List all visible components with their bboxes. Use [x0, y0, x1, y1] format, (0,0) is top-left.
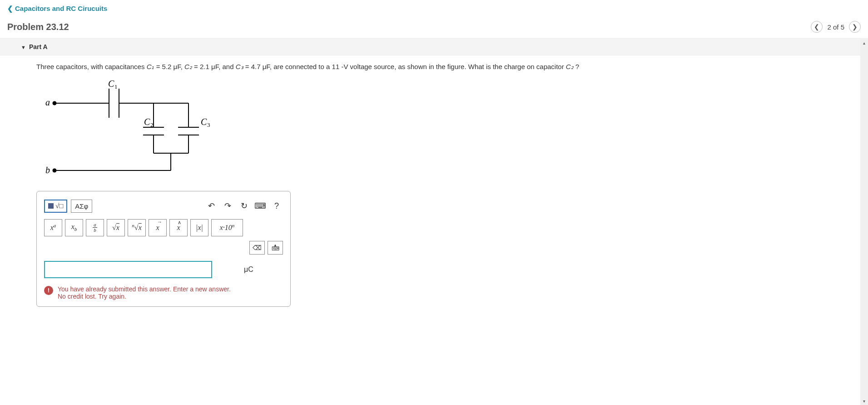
sqrt-button[interactable]: √x [107, 219, 125, 236]
chevron-left-icon: ❮ [7, 5, 13, 12]
superscript-button[interactable]: xa [44, 219, 62, 236]
collapse-icon: ▼ [21, 45, 26, 50]
fraction-icon: ab [93, 222, 97, 233]
abs-button[interactable]: |x| [190, 219, 208, 236]
nth-root-button[interactable]: n√x [128, 219, 146, 236]
svg-point-29 [53, 169, 56, 172]
hat-button[interactable]: x∧ [169, 219, 188, 236]
reset-button[interactable]: ↻ [238, 200, 250, 212]
fraction-button[interactable]: ab [86, 219, 104, 236]
backspace-button[interactable]: ⌫ [249, 241, 265, 255]
backspace-icon: ⌫ [253, 244, 262, 251]
undo-button[interactable]: ↶ [205, 200, 218, 212]
svg-text:C: C [201, 117, 207, 127]
svg-text:2: 2 [150, 121, 154, 128]
redo-icon: ↷ [224, 201, 231, 211]
keyboard-button[interactable]: ⌨ [254, 200, 267, 212]
scroll-up-icon[interactable]: ▴ [860, 39, 868, 47]
progress-counter: 2 of 5 [827, 23, 844, 31]
svg-text:C: C [144, 117, 150, 127]
feedback-line2: No credit lost. Try again. [58, 293, 231, 300]
page-title: Problem 23.12 [7, 22, 69, 32]
help-button[interactable]: ? [270, 200, 283, 212]
help-icon: ? [274, 201, 279, 211]
alert-icon: ! [44, 286, 53, 295]
question-text: Three capacitors, with capacitances C₁ =… [36, 62, 850, 72]
svg-text:3: 3 [207, 121, 210, 128]
undo-icon: ↶ [208, 201, 215, 211]
feedback-message: ! You have already submitted this answer… [44, 285, 283, 300]
answer-input[interactable] [44, 261, 212, 278]
chevron-left-icon: ❮ [814, 23, 819, 30]
redo-button[interactable]: ↷ [221, 200, 234, 212]
subscript-button[interactable]: xb [65, 219, 83, 236]
math-templates-tab[interactable]: √□ [44, 200, 67, 213]
keyboard-icon: ⌨ [254, 201, 266, 211]
greek-tab[interactable]: ΑΣφ [71, 200, 92, 213]
part-header[interactable]: ▼ Part A [0, 38, 868, 55]
svg-text:C: C [108, 80, 114, 89]
scrollbar[interactable]: ▴ ▾ [860, 39, 868, 307]
svg-text:a: a [45, 97, 50, 107]
square-icon [48, 203, 54, 209]
svg-text:b: b [45, 165, 50, 175]
breadcrumb-link[interactable]: ❮Capacitors and RC Cirucuits [7, 5, 107, 12]
keyboard-up-icon: ▲⌨ [272, 244, 279, 251]
unit-label: μC [244, 265, 253, 274]
feedback-line1: You have already submitted this answer. … [58, 285, 231, 293]
circuit-figure: a b C 1 C 2 C 3 [36, 80, 850, 182]
reset-icon: ↻ [241, 201, 248, 211]
svg-rect-12 [36, 80, 236, 180]
prev-button[interactable]: ❮ [811, 21, 823, 33]
keyboard-toggle-button[interactable]: ▲⌨ [268, 241, 283, 255]
next-button[interactable]: ❯ [849, 21, 861, 33]
vector-button[interactable]: x→ [149, 219, 167, 236]
svg-point-13 [53, 101, 56, 105]
chevron-right-icon: ❯ [852, 23, 858, 30]
svg-text:1: 1 [114, 83, 118, 90]
greek-label: ΑΣφ [75, 202, 88, 210]
part-label: Part A [29, 43, 48, 50]
root-fraction-icon: √□ [55, 202, 63, 210]
answer-panel: √□ ΑΣφ ↶ ↷ ↻ ⌨ ? xa xb ab √x n√x x→ x∧ |… [36, 191, 291, 307]
breadcrumb-label: Capacitors and RC Cirucuits [15, 5, 107, 12]
scientific-button[interactable]: x·10n [211, 219, 243, 236]
